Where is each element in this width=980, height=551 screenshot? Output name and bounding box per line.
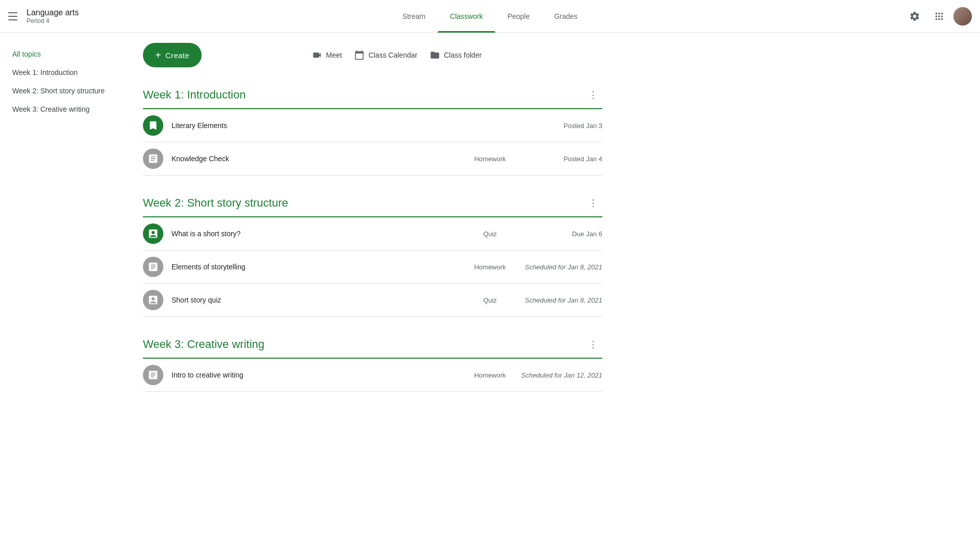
sidebar-item-week3[interactable]: Week 3: Creative writing bbox=[0, 100, 135, 118]
week1-header: Week 1: Introduction ⋮ bbox=[143, 80, 602, 109]
quiz-icon bbox=[148, 228, 159, 239]
short-story-name: What is a short story? bbox=[172, 230, 459, 238]
bookmark-icon bbox=[148, 120, 159, 131]
meet-link[interactable]: Meet bbox=[312, 50, 342, 60]
folder-icon bbox=[430, 50, 440, 60]
app-title: Language arts bbox=[27, 8, 79, 17]
header: Language arts Period 4 Stream Classwork … bbox=[0, 0, 980, 33]
week2-section: Week 2: Short story structure ⋮ What is … bbox=[143, 188, 602, 317]
calendar-link[interactable]: Class Calendar bbox=[354, 50, 418, 60]
creative-writing-date: Scheduled for Jan 12, 2021 bbox=[521, 371, 602, 379]
assignment-storytelling[interactable]: Elements of storytelling Homework Schedu… bbox=[143, 251, 602, 284]
app-subtitle: Period 4 bbox=[27, 17, 79, 24]
tab-stream[interactable]: Stream bbox=[390, 0, 437, 33]
assignment-short-story[interactable]: What is a short story? Quiz Due Jan 6 bbox=[143, 217, 602, 251]
nav-tabs: Stream Classwork People Grades bbox=[390, 0, 590, 33]
short-story-date: Due Jan 6 bbox=[521, 230, 602, 238]
knowledge-check-date: Posted Jan 4 bbox=[521, 155, 602, 163]
creative-writing-icon bbox=[143, 365, 163, 385]
app-info: Language arts Period 4 bbox=[27, 8, 79, 24]
plus-icon: + bbox=[155, 49, 161, 61]
calendar-icon bbox=[354, 50, 364, 60]
week1-more-button[interactable]: ⋮ bbox=[584, 86, 602, 104]
storytelling-icon bbox=[143, 257, 163, 277]
week1-section: Week 1: Introduction ⋮ Literary Elements… bbox=[143, 80, 602, 176]
grid-icon bbox=[934, 11, 945, 22]
week1-title: Week 1: Introduction bbox=[143, 88, 246, 102]
sidebar-item-week1[interactable]: Week 1: Introduction bbox=[0, 63, 135, 82]
meet-label: Meet bbox=[326, 51, 342, 59]
week3-more-button[interactable]: ⋮ bbox=[584, 335, 602, 354]
sidebar: All topics Week 1: Introduction Week 2: … bbox=[0, 33, 143, 551]
toolbar-links: Meet Class Calendar Class folder bbox=[312, 50, 482, 60]
creative-writing-name: Intro to creative writing bbox=[172, 371, 459, 379]
quiz2-icon bbox=[148, 294, 159, 306]
content-toolbar: + Create Meet Class Calendar bbox=[143, 33, 602, 80]
short-story-quiz-type: Quiz bbox=[459, 296, 521, 304]
gear-icon bbox=[909, 11, 920, 22]
main-container: All topics Week 1: Introduction Week 2: … bbox=[0, 33, 980, 551]
assignment-icon bbox=[148, 153, 159, 164]
assignment-knowledge-check[interactable]: Knowledge Check Homework Posted Jan 4 bbox=[143, 142, 602, 176]
folder-label: Class folder bbox=[444, 51, 482, 59]
week2-more-button[interactable]: ⋮ bbox=[584, 194, 602, 212]
creative-writing-type: Homework bbox=[459, 371, 521, 379]
folder-link[interactable]: Class folder bbox=[430, 50, 482, 60]
short-story-quiz-date: Scheduled for Jan 8, 2021 bbox=[521, 296, 602, 304]
week3-section: Week 3: Creative writing ⋮ Intro to crea… bbox=[143, 329, 602, 392]
header-right bbox=[904, 6, 972, 27]
header-left: Language arts Period 4 bbox=[8, 8, 120, 24]
assignment-short-story-quiz[interactable]: Short story quiz Quiz Scheduled for Jan … bbox=[143, 284, 602, 317]
week2-title: Week 2: Short story structure bbox=[143, 196, 288, 210]
week2-header: Week 2: Short story structure ⋮ bbox=[143, 188, 602, 217]
literary-elements-name: Literary Elements bbox=[172, 121, 459, 130]
sidebar-item-week2[interactable]: Week 2: Short story structure bbox=[0, 82, 135, 100]
literary-elements-icon bbox=[143, 115, 163, 136]
knowledge-check-name: Knowledge Check bbox=[172, 155, 459, 163]
short-story-icon bbox=[143, 223, 163, 244]
assignment-literary-elements[interactable]: Literary Elements Posted Jan 3 bbox=[143, 109, 602, 142]
tab-classwork[interactable]: Classwork bbox=[438, 0, 496, 33]
avatar-image bbox=[953, 7, 972, 26]
knowledge-check-type: Homework bbox=[459, 155, 521, 163]
short-story-quiz-icon bbox=[143, 290, 163, 310]
storytelling-date: Scheduled for Jan 8, 2021 bbox=[521, 263, 602, 271]
meet-icon bbox=[312, 50, 322, 60]
short-story-quiz-name: Short story quiz bbox=[172, 296, 459, 304]
week3-header: Week 3: Creative writing ⋮ bbox=[143, 329, 602, 359]
knowledge-check-icon bbox=[143, 148, 163, 169]
content-area: + Create Meet Class Calendar bbox=[143, 33, 602, 551]
settings-button[interactable] bbox=[904, 6, 925, 27]
menu-button[interactable] bbox=[8, 10, 20, 22]
assignment3-icon bbox=[148, 369, 159, 381]
week3-title: Week 3: Creative writing bbox=[143, 338, 264, 351]
tab-grades[interactable]: Grades bbox=[542, 0, 590, 33]
sidebar-item-all-topics[interactable]: All topics bbox=[0, 45, 135, 63]
literary-elements-date: Posted Jan 3 bbox=[521, 122, 602, 130]
storytelling-type: Homework bbox=[459, 263, 521, 271]
create-label: Create bbox=[165, 51, 189, 60]
calendar-label: Class Calendar bbox=[369, 51, 418, 59]
avatar[interactable] bbox=[953, 7, 972, 26]
assignment2-icon bbox=[148, 261, 159, 272]
storytelling-name: Elements of storytelling bbox=[172, 263, 459, 271]
apps-button[interactable] bbox=[929, 6, 949, 27]
assignment-creative-writing[interactable]: Intro to creative writing Homework Sched… bbox=[143, 359, 602, 392]
create-button[interactable]: + Create bbox=[143, 43, 202, 67]
short-story-type: Quiz bbox=[459, 230, 521, 238]
tab-people[interactable]: People bbox=[495, 0, 542, 33]
